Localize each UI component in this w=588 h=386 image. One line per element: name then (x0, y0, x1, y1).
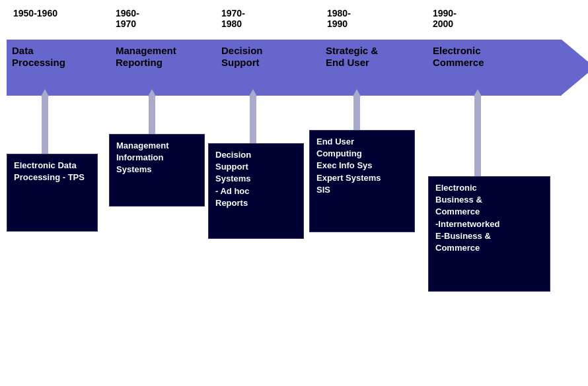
main-container: 1950-1960 1960-1970 1970-1980 1980-1990 … (0, 0, 588, 386)
info-box-mis: ManagementInformationSystems (109, 134, 205, 207)
connector-1 (42, 96, 48, 154)
connector-4 (353, 96, 360, 130)
era-electronic-commerce: ElectronicCommerce (433, 45, 484, 69)
year-1990: 1990-2000 (433, 8, 457, 29)
year-1950: 1950-1960 (13, 8, 57, 18)
connector-3 (250, 96, 256, 143)
era-data-processing: DataProcessing (12, 45, 65, 69)
connector-5 (474, 96, 481, 176)
connector-2 (149, 96, 155, 134)
info-box-euc: End UserComputingExec Info SysExpert Sys… (309, 130, 415, 232)
info-box-edp: Electronic Data Processing - TPS (7, 154, 98, 232)
era-management-reporting: ManagementReporting (116, 45, 176, 69)
era-decision-support: DecisionSupport (221, 45, 263, 69)
info-box-ecommerce: ElectronicBusiness &Commerce-Internetwor… (428, 176, 550, 292)
year-1960: 1960-1970 (116, 8, 139, 29)
era-strategic-end-user: Strategic &End User (326, 45, 378, 69)
year-1980: 1980-1990 (327, 8, 351, 29)
year-1970: 1970-1980 (221, 8, 245, 29)
info-box-dss: DecisionSupportSystems- Ad hocReports (208, 143, 304, 239)
